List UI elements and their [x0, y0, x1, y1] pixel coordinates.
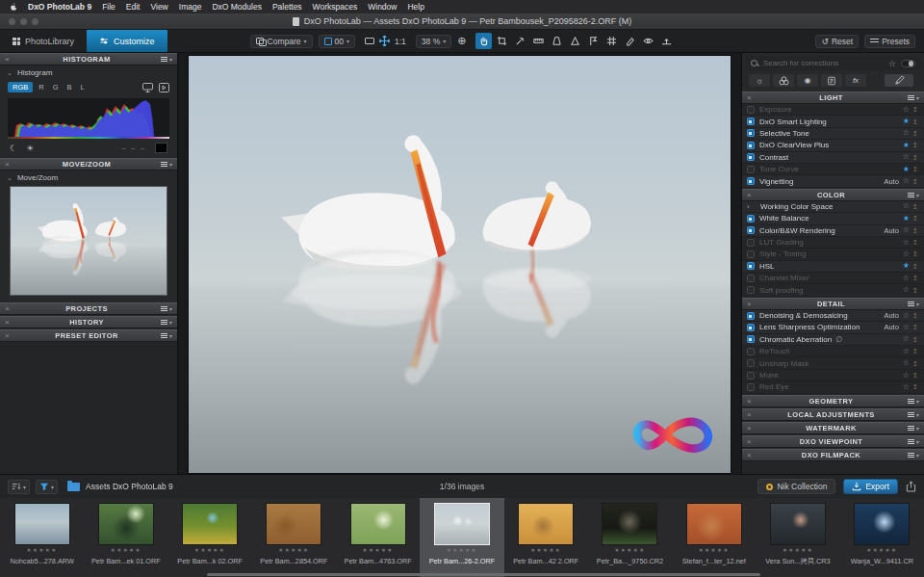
favorite-star-icon[interactable]: ★: [903, 215, 910, 223]
main-photo[interactable]: [189, 56, 731, 473]
reset-correction-icon[interactable]: ↥: [912, 239, 919, 246]
light-filter-button[interactable]: ☼: [749, 74, 770, 87]
menu-item[interactable]: Workspaces: [313, 2, 358, 12]
panel-menu-icon[interactable]: ▾: [904, 192, 919, 198]
filmstrip-thumbnail[interactable]: ★★★★★Petr Bam...42 2.ORF: [504, 498, 588, 577]
menu-item[interactable]: Image: [179, 2, 202, 12]
correction-row[interactable]: Red Eye☆↥: [742, 381, 924, 393]
close-icon[interactable]: ×: [5, 160, 16, 169]
thumbnail-rating-stars[interactable]: ★★★★★: [783, 548, 813, 554]
reset-correction-icon[interactable]: ↥: [912, 215, 919, 222]
checkbox-icon[interactable]: [747, 215, 755, 223]
checkbox-icon[interactable]: [747, 106, 755, 114]
favorite-star-icon[interactable]: ★: [903, 166, 910, 173]
favorites-filter-icon[interactable]: ☆: [888, 59, 896, 68]
reset-correction-icon[interactable]: ↥: [912, 324, 919, 330]
correction-row[interactable]: Unsharp Mask☆↥: [742, 357, 924, 369]
filmstrip-thumbnail[interactable]: ★★★★★Nohcab5...278.ARW: [0, 498, 84, 577]
correction-row[interactable]: Chromatic Aberration∅☆↥: [742, 334, 924, 346]
red-eye-tool-button[interactable]: [640, 33, 656, 49]
close-icon[interactable]: ×: [747, 451, 758, 459]
correction-row[interactable]: Tone Curve★↥: [742, 164, 924, 175]
correction-row[interactable]: VignettingAuto☆↥: [742, 175, 924, 187]
checkbox-icon[interactable]: [747, 335, 755, 343]
horizon-tool-button[interactable]: [658, 33, 675, 49]
highlight-clipping-icon[interactable]: ☀: [26, 144, 34, 153]
checkbox-icon[interactable]: [747, 383, 755, 391]
reset-correction-icon[interactable]: ↥: [912, 130, 919, 137]
panel-menu-icon[interactable]: ▾: [157, 56, 172, 63]
reset-correction-icon[interactable]: ↥: [912, 227, 919, 234]
close-icon[interactable]: ×: [5, 55, 16, 64]
retouch-tool-button[interactable]: [622, 33, 638, 49]
reset-correction-icon[interactable]: ↥: [912, 348, 919, 354]
menu-item[interactable]: File: [102, 2, 116, 12]
correction-row[interactable]: LUT Grading☆↥: [742, 237, 924, 249]
close-window-button[interactable]: [9, 18, 15, 25]
close-icon[interactable]: ×: [5, 304, 16, 313]
reset-correction-icon[interactable]: ↥: [912, 106, 919, 113]
checkbox-icon[interactable]: [747, 359, 755, 367]
correction-row[interactable]: Color/B&W RenderingAuto☆↥: [742, 225, 924, 237]
zoom-target-icon[interactable]: ⊕: [457, 35, 466, 47]
reset-correction-icon[interactable]: ↥: [912, 154, 919, 161]
favorite-star-icon[interactable]: ☆: [903, 250, 910, 258]
active-corrections-toggle[interactable]: [901, 60, 915, 67]
histogram-channel-g[interactable]: G: [50, 82, 62, 92]
panel-menu-icon[interactable]: ▾: [904, 398, 919, 405]
histogram-channel-b[interactable]: B: [64, 82, 75, 92]
checkbox-icon[interactable]: [747, 372, 755, 380]
projects-panel-header[interactable]: × PROJECTS ▾: [0, 302, 177, 315]
fx-filter-button[interactable]: fx: [845, 74, 866, 87]
filmstrip-thumbnail[interactable]: ★★★★★Petr Bam...26-2.ORF: [420, 498, 503, 577]
favorite-star-icon[interactable]: ☆: [903, 239, 910, 247]
correction-row[interactable]: ReTouch☆↥: [742, 346, 924, 357]
straighten-tool-button[interactable]: [530, 33, 547, 49]
thumbnail-rating-stars[interactable]: ★★★★★: [699, 548, 730, 554]
grid-tool-button[interactable]: [603, 33, 620, 49]
current-folder-name[interactable]: Assets DxO PhotoLab 9: [86, 482, 173, 491]
favorite-star-icon[interactable]: ☆: [903, 129, 910, 137]
thumbnail-rating-stars[interactable]: ★★★★★: [363, 548, 394, 554]
preset-editor-panel-header[interactable]: × PRESET EDITOR ▾: [0, 329, 177, 342]
checkbox-icon[interactable]: [747, 118, 755, 125]
section-header-local-adjustments[interactable]: ×LOCAL ADJUSTMENTS▾: [742, 408, 924, 421]
correction-row[interactable]: Style - Toning☆↥: [742, 249, 924, 260]
filmstrip-thumbnail[interactable]: ★★★★★Petr Bam...2854.ORF: [252, 498, 336, 577]
minimize-window-button[interactable]: [20, 18, 27, 25]
checkbox-icon[interactable]: [747, 286, 755, 294]
reset-correction-icon[interactable]: ↥: [912, 312, 919, 319]
menu-item[interactable]: Palettes: [272, 2, 302, 12]
chevron-right-icon[interactable]: ›: [747, 202, 756, 211]
menu-item[interactable]: Help: [407, 2, 424, 12]
favorite-star-icon[interactable]: ☆: [903, 226, 910, 234]
favorite-star-icon[interactable]: ☆: [903, 348, 910, 355]
close-icon[interactable]: ×: [747, 424, 758, 433]
menu-item[interactable]: Window: [368, 2, 397, 12]
panel-menu-icon[interactable]: ▾: [157, 319, 172, 326]
zoom-1-1-button[interactable]: 1:1: [395, 37, 406, 46]
presets-button[interactable]: Presets: [864, 35, 915, 48]
close-icon[interactable]: ×: [5, 331, 16, 340]
reset-correction-icon[interactable]: ↥: [912, 287, 919, 294]
correction-row[interactable]: DxO Smart Lighting★↥: [742, 116, 924, 127]
histogram-subheader[interactable]: ⌄ Histogram: [0, 66, 177, 79]
correction-row[interactable]: Moiré☆↥: [742, 370, 924, 381]
filmstrip-thumbnail[interactable]: ★★★★★Petr Bam...ek 01.ORF: [84, 498, 167, 577]
local-adjustments-brush-button[interactable]: [885, 74, 913, 87]
crop-tool-button[interactable]: [494, 33, 510, 49]
favorite-star-icon[interactable]: ★: [903, 262, 910, 270]
tab-photolibrary[interactable]: PhotoLibrary: [0, 30, 87, 52]
menu-item[interactable]: DxO Modules: [212, 2, 262, 12]
split-view-control[interactable]: 00 ▾: [319, 35, 355, 48]
panel-menu-icon[interactable]: ▾: [904, 438, 919, 445]
histogram-channel-l[interactable]: L: [78, 82, 88, 92]
share-icon[interactable]: [906, 481, 916, 492]
thumbnail-rating-stars[interactable]: ★★★★★: [447, 548, 477, 554]
monitor-icon[interactable]: [142, 83, 153, 92]
filmstrip-thumbnail[interactable]: ★★★★★Petr Bam...4763.ORF: [336, 498, 420, 577]
panel-menu-icon[interactable]: ▾: [904, 301, 919, 307]
favorite-star-icon[interactable]: ★: [903, 118, 910, 125]
fit-screen-icon[interactable]: [365, 38, 374, 44]
reshape-tool-button[interactable]: [585, 33, 602, 49]
